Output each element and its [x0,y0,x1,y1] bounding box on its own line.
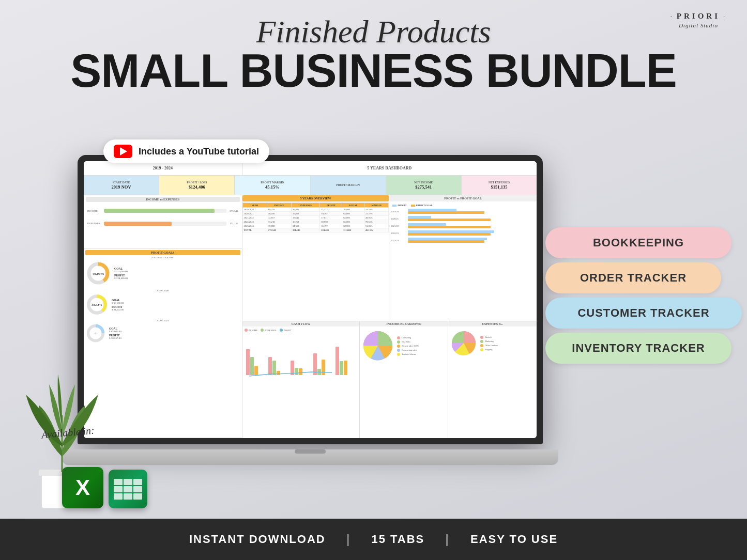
bottom-bar: INSTANT DOWNLOAD | 15 TABS | EASY TO USE [0,519,747,560]
laptop-wrapper: 2019 - 2024 5 YEARS DASHBOARD START DATE… [78,155,543,465]
goal-val-3: $ 65,000.00 [109,330,121,333]
customer-tracker-bubble: CUSTOMER TRACKER [545,298,742,329]
year-2: 2020 / 2021 [85,319,240,322]
ss-dashboard-title: 5 YEARS DASHBOARD [242,161,537,175]
profit-margin-label2: PROFIT MARGIN [336,183,360,186]
profit-vs-goal-section: PROFIT vs PROFIT GOAL PROFIT PROFIT GOAL… [389,195,537,321]
expenses-pie-legend: Restock Marketing Office f [480,329,498,357]
laptop-notch [295,449,326,454]
income-pie-chart [361,329,395,363]
net-expenses-label: NET EXPENSES [489,181,510,184]
col-income: INCOME [267,203,292,208]
legend-reoccurring: Reoccurring sales [397,349,419,352]
cashflow-title: CASH FLOW [242,321,360,326]
pvg-legend: PROFIT PROFIT GOAL [391,204,535,207]
customer-tracker-label: CUSTOMER TRACKER [577,306,709,320]
bottom-sep-2: | [445,532,450,547]
donut-chart-1: 40.00% [85,260,111,286]
expenses-label: EXPENSES [87,222,102,225]
laptop-body: 2019 - 2024 5 YEARS DASHBOARD START DATE… [78,155,543,444]
inc-exp-chart: INCOME 275,541 EXPENSES [86,203,240,231]
stat-profit-margin2: PROFIT MARGIN [311,176,386,195]
order-tracker-bubble: ORDER TRACKER [545,262,721,293]
pvg-row-3: 2021/22 [391,223,535,228]
legend-youtube: Youtube Adsense [397,353,419,356]
ss-main-content: INCOME vs EXPENSES INCOME 275,541 [84,195,537,438]
ss-header: 2019 - 2024 5 YEARS DASHBOARD [84,161,537,176]
spreadsheet: 2019 - 2024 5 YEARS DASHBOARD START DATE… [84,161,537,438]
stat-net-income: NET INCOME $275,541 [386,176,462,195]
main-title: SMALL BUSINESS BUNDLE [0,48,747,94]
income-vs-expenses-section: INCOME vs EXPENSES INCOME 275,541 [84,195,242,248]
trend-line [244,370,358,378]
cashflow-chart [242,333,360,379]
income-val: 275,541 [230,210,238,212]
legend-office: Office furniture [480,344,498,347]
stat-profit-margin: PROFIT MARGIN 45.15% [235,176,310,195]
col-expenses: EXPENSES [291,203,319,208]
inventory-tracker-label: INVENTORY TRACKER [572,341,705,355]
global-5-years: GLOBAL 5 YEARS [85,256,240,259]
profit-val-1: $ 124,406.00 [114,277,128,279]
bookkeeping-label: BOOKKEEPING [593,236,684,250]
youtube-label: Includes a YouTube tutorial [139,146,259,157]
goal-val-1: $ 311,000.00 [114,270,128,273]
inventory-tracker-bubble: INVENTORY TRACKER [545,333,731,364]
stat-start-date: START DATE 2019 NOV [84,176,159,195]
legend-etsy: Etsy Sales [397,340,419,344]
laptop-screen: 2019 - 2024 5 YEARS DASHBOARD START DATE… [84,161,537,438]
net-expenses-val: $151,135 [491,184,508,190]
donut-chart-2: 38.52% [85,293,109,316]
profit-goals-title: PROFIT GOALS [85,250,240,255]
table-row: 2023/202470,88834,69136,19760,00051.06% [242,224,389,228]
donut-labels-1: GOAL $ 311,000.00 PROFIT $ 124,406.00 [114,267,128,279]
donut-chart-3: ~ [85,323,106,344]
stat-profit-loss: PROFIT / LOSS $124,406 [159,176,235,195]
cf-bars [244,334,358,375]
pvg-chart: PROFIT PROFIT GOAL 2019/20 [389,203,537,249]
goal-val-2: $ 56,000.00 [112,302,124,304]
year-1: 2019 / 2020 [85,289,240,292]
start-date-val: 2019 NOV [112,184,131,190]
bottom-item-3: EASY TO USE [470,533,558,546]
table-row: 2019/202068,47846,90621,57256,00031.50% [242,208,389,212]
income-fill [104,209,215,213]
script-title: Finished Products [0,15,747,48]
ss-right-top: 5 YEARS OVERVIEW YEAR INCOME EXPENSES PR… [242,195,537,321]
net-income-label: NET INCOME [414,181,433,184]
svg-text:40.00%: 40.00% [93,272,104,276]
ss-right-bottom: CASH FLOW INCOME EXPENSES PROFIT [242,321,537,438]
pvg-row-1: 2019/20 [391,209,535,214]
legend-restock: Restock [480,336,498,339]
overview-title: 5 YEARS OVERVIEW [242,195,389,201]
table-row: 2022/202355,21816,25938,95965,00070.55% [242,220,389,224]
app-icons: X [62,467,147,508]
net-income-val: $275,541 [415,184,432,190]
income-track [104,209,226,213]
total-row: TOTAL275,541151,135124,406311,00045.15% [242,228,389,232]
pvg-title: PROFIT vs PROFIT GOAL [389,195,537,201]
title-area: Finished Products SMALL BUSINESS BUNDLE [0,15,747,94]
cashflow-section: CASH FLOW INCOME EXPENSES PROFIT [242,321,360,438]
profit-val-3: $ 10,267.00 [109,337,121,339]
stat-net-expenses: NET EXPENSES $151,135 [462,176,537,195]
profit-label-2: PROFIT [112,305,124,308]
table-row: 2020/202146,10035,83310,26765,00022.27% [242,212,389,216]
excel-icon: X [62,467,103,508]
expenses-pie-chart [450,329,478,357]
income-pie-legend: Consulting Etsy Sales Shop [397,329,419,363]
income-breakdown-section: INCOME BREAKDOWN [360,321,448,438]
svg-text:38.52%: 38.52% [92,303,102,307]
ss-right-column: 5 YEARS OVERVIEW YEAR INCOME EXPENSES PR… [242,195,537,438]
bookkeeping-bubble: BOOKKEEPING [545,227,731,258]
profit-loss-val: $124,406 [189,184,205,190]
col-year: YEAR [242,203,267,208]
youtube-badge: Includes a YouTube tutorial [103,139,269,163]
legend-shipping: Shipping [480,348,498,351]
play-icon [120,147,127,155]
expenses-track [104,222,226,226]
bottom-sep-1: | [346,532,351,547]
donut-labels-2: GOAL $ 56,000.00 PROFIT $ 21,572.00 [112,299,124,311]
donut-row-2: 38.52% GOAL $ 56,000.00 PROFIT $ 21,572.… [85,293,240,316]
order-tracker-label: ORDER TRACKER [580,271,687,285]
